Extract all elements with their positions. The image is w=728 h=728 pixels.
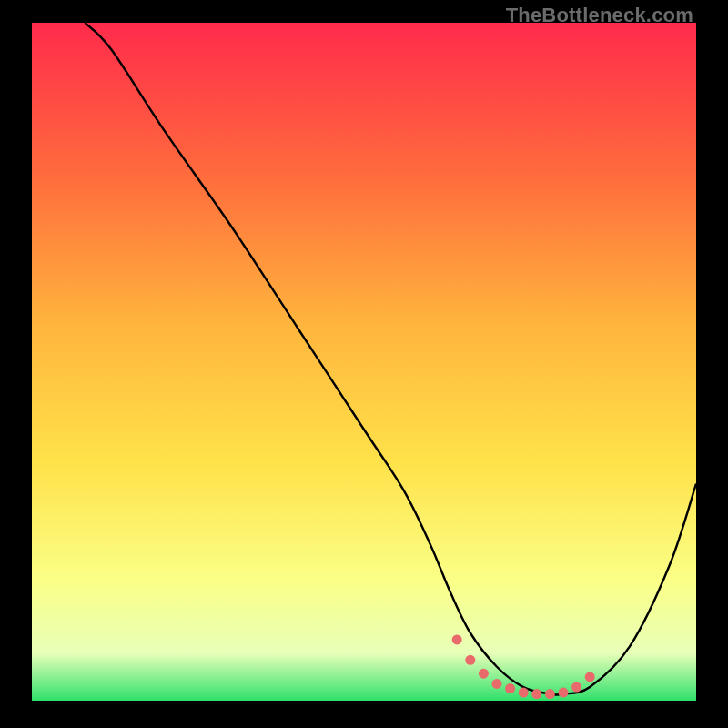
optimal-dot (465, 655, 475, 665)
optimal-dot (545, 689, 555, 699)
optimal-dot (452, 634, 462, 644)
optimal-dot (531, 689, 541, 699)
plot-area (32, 23, 696, 701)
chart-stage: TheBottleneck.com (0, 0, 728, 728)
optimal-dot (571, 682, 581, 693)
optimal-dot (559, 688, 569, 698)
optimal-dot (492, 679, 502, 689)
optimal-dot (585, 672, 595, 682)
optimal-dot (519, 688, 529, 698)
chart-svg (32, 23, 696, 701)
gradient-background (32, 23, 696, 701)
optimal-dot (479, 669, 489, 679)
optimal-dot (505, 683, 515, 693)
